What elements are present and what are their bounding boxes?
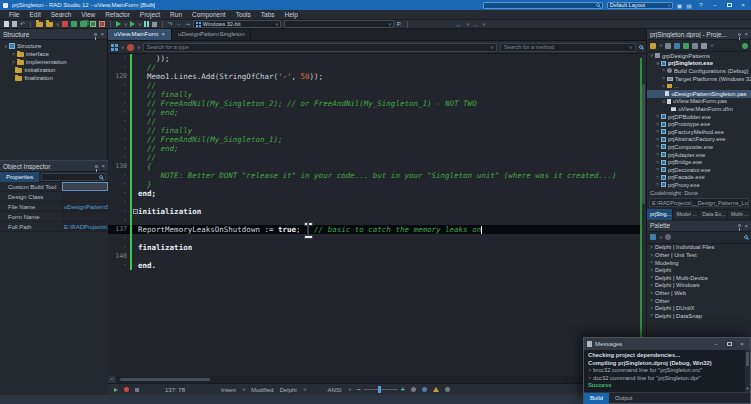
- menu-item-refactor[interactable]: Refactor: [100, 11, 135, 18]
- expander-icon[interactable]: >: [656, 167, 659, 173]
- palette-category[interactable]: >Other | Web: [647, 289, 751, 297]
- expander-icon[interactable]: >: [656, 136, 659, 142]
- project-node[interactable]: >prjDPBuilder.exe: [647, 113, 751, 121]
- project-node[interactable]: >grpDesignPatterns: [647, 52, 751, 60]
- code-line[interactable]: ·finalization: [108, 243, 640, 252]
- property-filter-input[interactable]: [41, 173, 106, 181]
- expander-icon[interactable]: >: [656, 129, 659, 135]
- project-node[interactable]: >prjDecorator.exe: [647, 166, 751, 174]
- menu-item-help[interactable]: Help: [280, 11, 303, 18]
- palette-category[interactable]: >Modeling: [647, 259, 751, 267]
- search-method-input[interactable]: Search for a method >: [500, 43, 636, 52]
- remove-file-icon[interactable]: [99, 21, 105, 27]
- menu-item-run[interactable]: Run: [165, 11, 187, 18]
- settings-indicator-icon[interactable]: [445, 387, 450, 392]
- close-icon[interactable]: ×: [101, 163, 105, 169]
- expander-icon[interactable]: >: [655, 62, 660, 65]
- run-without-debugging-icon[interactable]: [130, 21, 135, 27]
- code-line[interactable]: · //: [108, 153, 640, 162]
- menu-item-tools[interactable]: Tools: [231, 11, 256, 18]
- code-line[interactable]: · // end;: [108, 144, 640, 153]
- zoom-slider[interactable]: [378, 386, 381, 393]
- target-platform-selector[interactable]: Windows 32-bit >: [193, 20, 281, 28]
- project-node[interactable]: >Build Configurations (Debug): [647, 67, 751, 75]
- projects-tab[interactable]: Model ...: [673, 209, 699, 220]
- close-icon[interactable]: ×: [744, 223, 748, 229]
- code-line[interactable]: ·: [108, 198, 640, 207]
- language-selector[interactable]: Delphi: [280, 387, 297, 393]
- palette-category[interactable]: >Delphi | DUnitX: [647, 304, 751, 312]
- expander-icon[interactable]: >: [650, 275, 653, 281]
- pin-icon[interactable]: [94, 33, 97, 36]
- new-project-icon[interactable]: [650, 43, 656, 49]
- project-options-icon[interactable]: P.: [397, 21, 402, 27]
- pin-icon[interactable]: [738, 224, 741, 227]
- expander-icon[interactable]: >: [649, 54, 654, 57]
- project-node[interactable]: >prjComposite.exe: [647, 143, 751, 151]
- project-node[interactable]: >prjAbstractFactory.exe: [647, 136, 751, 144]
- code-line[interactable]: · // FreeAndNil(My_Singleton_2); // or F…: [108, 99, 640, 108]
- module-dropdown[interactable]: >: [120, 46, 125, 49]
- structure-node-finalization[interactable]: finalization: [0, 74, 107, 82]
- projects-tab[interactable]: Data Ex...: [699, 209, 728, 220]
- code-line[interactable]: ·end.: [108, 261, 640, 270]
- run-dropdown[interactable]: >: [123, 23, 128, 26]
- project-node[interactable]: >prjBridge.exe: [647, 158, 751, 166]
- zoom-out-icon[interactable]: −: [357, 386, 361, 393]
- project-node[interactable]: >prjPrototype.exe: [647, 120, 751, 128]
- project-node[interactable]: >prjProxy.exe: [647, 181, 751, 189]
- expander-icon[interactable]: >: [656, 174, 659, 180]
- code-line[interactable]: ·−initialization: [108, 207, 640, 216]
- project-node[interactable]: >...: [647, 82, 751, 90]
- search-icon[interactable]: [744, 235, 748, 239]
- layout-selector[interactable]: Default Layout>: [607, 2, 673, 9]
- message-line[interactable]: Success: [588, 382, 742, 390]
- expander-icon[interactable]: >: [650, 290, 653, 296]
- toggle-form-unit-icon[interactable]: [90, 21, 96, 27]
- activate-project-icon[interactable]: [674, 43, 680, 49]
- new-file-icon[interactable]: [4, 21, 9, 27]
- zoom-control[interactable]: − +: [357, 386, 405, 393]
- structure-node-interface[interactable]: >interface: [0, 50, 107, 58]
- expander-icon[interactable]: >: [656, 114, 659, 120]
- palette-category[interactable]: >Delphi: [647, 266, 751, 274]
- close-all-icon[interactable]: [62, 21, 68, 27]
- minimize-button[interactable]: −: [710, 0, 720, 10]
- help-button[interactable]: ?: [696, 0, 706, 10]
- expander-icon[interactable]: >: [650, 313, 653, 319]
- code-line[interactable]: ·end;: [108, 189, 640, 198]
- expander-icon[interactable]: >: [656, 121, 659, 127]
- module-icon[interactable]: [111, 44, 118, 51]
- code-line[interactable]: · ));: [108, 54, 640, 63]
- message-line[interactable]: Compiling prjSingleton.dproj (Debug, Win…: [588, 360, 742, 368]
- stop-icon[interactable]: [152, 22, 157, 27]
- step-over-icon[interactable]: ↷: [168, 21, 173, 27]
- menu-item-search[interactable]: Search: [46, 11, 77, 18]
- structure-root-node[interactable]: >Structure: [0, 42, 107, 50]
- property-value[interactable]: uDesignPatternSingle: [62, 202, 108, 211]
- trace-into-icon[interactable]: →: [176, 21, 182, 27]
- expander-icon[interactable]: >: [650, 252, 653, 258]
- palette-categories-icon[interactable]: [650, 234, 656, 240]
- property-row[interactable]: Custom Build Tool: [0, 182, 108, 192]
- chevron-down-icon[interactable]: >: [709, 44, 714, 47]
- palette-help-icon[interactable]: [665, 234, 671, 240]
- expander-icon[interactable]: >: [656, 152, 659, 158]
- code-line[interactable]: 130 {: [108, 162, 640, 171]
- property-row[interactable]: Design Class: [0, 192, 108, 202]
- structure-node-implementation[interactable]: >implementation: [0, 58, 107, 66]
- project-node[interactable]: >prjFacade.exe: [647, 174, 751, 182]
- expander-icon[interactable]: [12, 75, 13, 81]
- step-out-icon[interactable]: ⇢: [185, 21, 190, 27]
- build-config-selector[interactable]: >: [284, 20, 394, 28]
- expander-icon[interactable]: >: [656, 159, 659, 165]
- project-node[interactable]: uDesignPatternSingleton.pas: [647, 90, 751, 98]
- tab-properties[interactable]: Properties: [0, 172, 39, 182]
- code-line[interactable]: · // finally: [108, 90, 640, 99]
- code-line[interactable]: 120 Memo1.Lines.Add(StringOfChar('-', 50…: [108, 72, 640, 81]
- expander-icon[interactable]: [668, 106, 669, 112]
- scroll-down-icon[interactable]: ▼: [745, 386, 750, 391]
- navigate-back-icon[interactable]: ←: [456, 21, 463, 28]
- menu-item-view[interactable]: View: [76, 11, 100, 18]
- code-line[interactable]: ·: [108, 234, 640, 243]
